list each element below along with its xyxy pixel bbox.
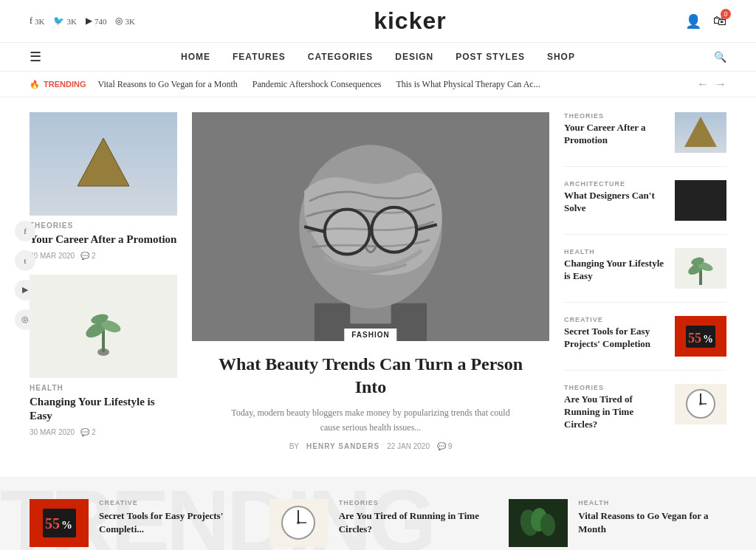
bottom-articles: 55 % CREATIVE Secret Tools for Easy Proj… bbox=[30, 499, 726, 547]
featured-article-title[interactable]: What Beauty Trends Can Turn a Person Int… bbox=[207, 353, 535, 399]
sidebar-article-1-title: What Designers Can't Solve bbox=[564, 190, 666, 215]
trending-label: 🔥 TRENDING bbox=[30, 80, 86, 89]
instagram-icon: ◎ bbox=[115, 16, 123, 27]
sidebar-article-3-info: CREATIVE Secret Tools for Easy Projects'… bbox=[564, 316, 666, 351]
nav-design[interactable]: DESIGN bbox=[395, 52, 433, 62]
facebook-side-btn[interactable]: f bbox=[15, 221, 35, 241]
facebook-link[interactable]: f 3K bbox=[30, 16, 44, 27]
left-column: THEORIES Your Career After a Promotion 3… bbox=[30, 112, 177, 462]
sidebar-article-4[interactable]: THEORIES Are You Tired of Running in Tim… bbox=[564, 384, 726, 444]
site-title[interactable]: kicker bbox=[374, 7, 447, 35]
trending-item-0[interactable]: Vital Reasons to Go Vegan for a Month bbox=[97, 79, 237, 90]
featured-author: HENRY SANDERS bbox=[306, 442, 379, 450]
bottom-article-0-info: CREATIVE Secret Tools for Easy Projects'… bbox=[99, 499, 247, 536]
twitter-link[interactable]: 🐦 3K bbox=[53, 16, 76, 27]
sidebar-article-4-title: Are You Tired of Running in Time Circles… bbox=[564, 393, 666, 431]
sidebar-article-2-info: HEALTH Changing Your Lifestyle is Easy bbox=[564, 248, 666, 283]
search-button[interactable]: 🔍 bbox=[714, 51, 726, 63]
nav-post-styles[interactable]: POST STYLES bbox=[456, 52, 525, 62]
left-article-0-category: THEORIES bbox=[30, 221, 177, 230]
nav-home[interactable]: HOME bbox=[181, 52, 210, 62]
left-article-1[interactable]: HEALTH Changing Your Lifestyle is Easy 3… bbox=[30, 275, 177, 436]
svg-marker-17 bbox=[684, 117, 717, 147]
svg-text:%: % bbox=[703, 334, 713, 345]
social-sidebar: f t ▶ ◎ bbox=[15, 221, 35, 330]
sidebar-article-4-thumb bbox=[675, 384, 726, 424]
sidebar-article-0-info: THEORIES Your Career After a Promotion bbox=[564, 112, 666, 147]
sidebar-article-2-thumb bbox=[675, 248, 726, 289]
trending-icon: 🔥 bbox=[30, 80, 40, 89]
bottom-section: TRENDING 55 % CREATIVE Secret Tools for … bbox=[0, 477, 756, 550]
bottom-article-2-info: HEALTH Vital Reasons to Go Vegan for a M… bbox=[578, 499, 726, 536]
bottom-article-0[interactable]: 55 % CREATIVE Secret Tools for Easy Proj… bbox=[30, 499, 247, 547]
sidebar-article-3-category: CREATIVE bbox=[564, 316, 666, 323]
sidebar-article-1-info: ARCHITECTURE What Designers Can't Solve bbox=[564, 180, 666, 215]
youtube-link[interactable]: ▶ 740 bbox=[86, 16, 107, 27]
bottom-article-2-category: HEALTH bbox=[578, 499, 726, 506]
left-article-0-title: Your Career After a Promotion bbox=[30, 233, 177, 247]
svg-text:55: 55 bbox=[45, 515, 60, 532]
bottom-article-1[interactable]: THEORIES Are You Tired of Running in Tim… bbox=[269, 499, 487, 547]
left-article-1-thumb bbox=[30, 275, 177, 378]
facebook-icon: f bbox=[30, 16, 32, 27]
main-content: THEORIES Your Career After a Promotion 3… bbox=[0, 97, 756, 477]
cart-count: 0 bbox=[721, 9, 731, 19]
left-article-1-meta: 30 MAR 2020 💬 2 bbox=[30, 428, 177, 436]
trending-item-2[interactable]: This is What Physical Therapy Can Ac... bbox=[396, 79, 540, 90]
svg-marker-0 bbox=[78, 138, 129, 186]
header-icons: 👤 🛍 0 bbox=[685, 13, 726, 30]
instagram-link[interactable]: ◎ 3K bbox=[115, 16, 134, 27]
sidebar-article-1-thumb bbox=[675, 180, 726, 221]
bottom-article-0-category: CREATIVE bbox=[99, 499, 247, 506]
sidebar-article-3[interactable]: CREATIVE Secret Tools for Easy Projects'… bbox=[564, 316, 726, 371]
svg-point-13 bbox=[371, 207, 416, 252]
left-article-0-meta: 30 MAR 2020 💬 2 bbox=[30, 252, 177, 260]
youtube-icon: ▶ bbox=[86, 16, 92, 27]
bottom-article-1-info: THEORIES Are You Tired of Running in Tim… bbox=[339, 499, 487, 536]
featured-person-image bbox=[192, 112, 549, 341]
left-article-0[interactable]: THEORIES Your Career After a Promotion 3… bbox=[30, 112, 177, 260]
featured-image[interactable]: FASHION bbox=[192, 112, 549, 341]
nav-categories[interactable]: CATEGORIES bbox=[308, 52, 373, 62]
sidebar-article-1[interactable]: ARCHITECTURE What Designers Can't Solve bbox=[564, 180, 726, 235]
social-links: f 3K 🐦 3K ▶ 740 ◎ 3K bbox=[30, 16, 135, 27]
featured-comments: 💬 9 bbox=[437, 442, 452, 450]
trending-item-1[interactable]: Pandemic Aftershock Consequences bbox=[252, 79, 382, 90]
left-article-1-category: HEALTH bbox=[30, 384, 177, 392]
hamburger-menu[interactable]: ☰ bbox=[30, 49, 41, 65]
trending-bar: 🔥 TRENDING Vital Reasons to Go Vegan for… bbox=[0, 72, 756, 97]
left-article-0-date: 30 MAR 2020 bbox=[30, 252, 75, 260]
sidebar-article-3-thumb: 55 % bbox=[675, 316, 726, 357]
nav-features[interactable]: FEATURES bbox=[233, 52, 286, 62]
instagram-side-btn[interactable]: ◎ bbox=[15, 309, 35, 330]
bottom-article-2-title: Vital Reasons to Go Vegan for a Month bbox=[578, 509, 726, 536]
sidebar-article-2[interactable]: HEALTH Changing Your Lifestyle is Easy bbox=[564, 248, 726, 303]
sidebar-article-4-info: THEORIES Are You Tired of Running in Tim… bbox=[564, 384, 666, 431]
sidebar-article-0-title: Your Career After a Promotion bbox=[564, 122, 666, 147]
svg-point-12 bbox=[325, 209, 370, 254]
bottom-article-1-category: THEORIES bbox=[339, 499, 487, 506]
sidebar-article-2-category: HEALTH bbox=[564, 248, 666, 255]
sidebar-article-1-category: ARCHITECTURE bbox=[564, 180, 666, 188]
user-icon[interactable]: 👤 bbox=[685, 13, 701, 30]
bottom-article-2[interactable]: HEALTH Vital Reasons to Go Vegan for a M… bbox=[509, 499, 726, 547]
center-column: FASHION What Beauty Trends Can Turn a Pe… bbox=[192, 112, 549, 462]
left-article-0-thumb bbox=[30, 112, 177, 216]
bottom-article-1-thumb bbox=[269, 499, 329, 547]
bottom-article-0-thumb: 55 % bbox=[30, 499, 89, 547]
twitter-count: 3K bbox=[66, 17, 76, 26]
nav-shop[interactable]: SHOP bbox=[547, 52, 575, 62]
bottom-article-0-title: Secret Tools for Easy Projects' Completi… bbox=[99, 509, 247, 536]
trending-prev[interactable]: ← bbox=[697, 78, 709, 91]
bottom-article-2-thumb bbox=[509, 499, 568, 547]
cart-button[interactable]: 🛍 0 bbox=[713, 13, 726, 29]
top-bar: f 3K 🐦 3K ▶ 740 ◎ 3K kicker 👤 🛍 0 bbox=[0, 0, 756, 43]
featured-article-meta: BY HENRY SANDERS 22 JAN 2020 💬 9 bbox=[207, 442, 535, 450]
twitter-icon: 🐦 bbox=[53, 16, 64, 27]
sidebar-article-0[interactable]: THEORIES Your Career After a Promotion bbox=[564, 112, 726, 167]
sidebar-article-0-thumb bbox=[675, 112, 726, 153]
trending-next[interactable]: → bbox=[715, 78, 726, 91]
youtube-side-btn[interactable]: ▶ bbox=[15, 280, 35, 300]
facebook-count: 3K bbox=[35, 17, 44, 26]
twitter-side-btn[interactable]: t bbox=[15, 250, 35, 271]
